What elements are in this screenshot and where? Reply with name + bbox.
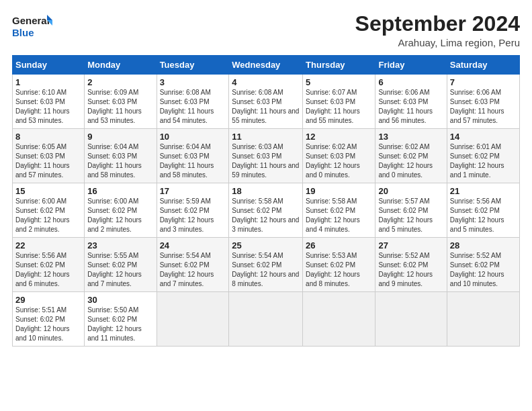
calendar-day-cell xyxy=(229,292,303,347)
calendar-day-cell: 8 Sunrise: 6:05 AMSunset: 6:03 PMDayligh… xyxy=(13,129,85,183)
day-number: 10 xyxy=(160,132,226,142)
calendar-day-cell: 28 Sunrise: 5:52 AMSunset: 6:02 PMDaylig… xyxy=(447,238,519,292)
calendar-day-cell: 4 Sunrise: 6:08 AMSunset: 6:03 PMDayligh… xyxy=(229,75,303,129)
day-info: Sunrise: 6:06 AMSunset: 6:03 PMDaylight:… xyxy=(450,89,504,124)
day-info: Sunrise: 5:56 AMSunset: 6:02 PMDaylight:… xyxy=(450,197,504,233)
calendar-day-cell: 2 Sunrise: 6:09 AMSunset: 6:03 PMDayligh… xyxy=(85,75,157,129)
day-info: Sunrise: 6:02 AMSunset: 6:02 PMDaylight:… xyxy=(378,143,433,179)
svg-marker-2 xyxy=(47,15,52,20)
calendar-day-cell: 29 Sunrise: 5:51 AMSunset: 6:02 PMDaylig… xyxy=(13,292,85,347)
subtitle: Arahuay, Lima region, Peru xyxy=(355,37,520,48)
title-area: September 2024 Arahuay, Lima region, Per… xyxy=(355,12,520,48)
day-number: 21 xyxy=(450,186,517,196)
day-info: Sunrise: 6:04 AMSunset: 6:03 PMDaylight:… xyxy=(87,143,142,179)
calendar-day-cell xyxy=(447,292,519,347)
day-info: Sunrise: 6:08 AMSunset: 6:03 PMDaylight:… xyxy=(160,89,214,124)
day-number: 30 xyxy=(87,295,153,305)
day-number: 13 xyxy=(378,132,443,142)
day-info: Sunrise: 6:08 AMSunset: 6:03 PMDaylight:… xyxy=(232,89,299,124)
day-number: 26 xyxy=(306,240,372,250)
calendar-day-cell: 14 Sunrise: 6:01 AMSunset: 6:02 PMDaylig… xyxy=(447,129,519,183)
calendar-day-cell: 1 Sunrise: 6:10 AMSunset: 6:03 PMDayligh… xyxy=(13,75,85,129)
calendar-day-cell: 11 Sunrise: 6:03 AMSunset: 6:03 PMDaylig… xyxy=(229,129,303,183)
calendar-day-cell: 27 Sunrise: 5:52 AMSunset: 6:02 PMDaylig… xyxy=(375,238,447,292)
day-number: 8 xyxy=(15,132,81,142)
day-info: Sunrise: 6:00 AMSunset: 6:02 PMDaylight:… xyxy=(87,197,142,233)
day-info: Sunrise: 5:58 AMSunset: 6:02 PMDaylight:… xyxy=(232,197,299,233)
day-number: 1 xyxy=(15,77,81,87)
day-number: 19 xyxy=(306,186,372,196)
svg-text:General: General xyxy=(12,15,50,26)
calendar-day-cell: 30 Sunrise: 5:50 AMSunset: 6:02 PMDaylig… xyxy=(85,292,157,347)
calendar-day-cell: 15 Sunrise: 6:00 AMSunset: 6:02 PMDaylig… xyxy=(13,183,85,238)
day-number: 25 xyxy=(232,240,300,250)
day-number: 15 xyxy=(15,186,81,196)
calendar-day-cell: 24 Sunrise: 5:54 AMSunset: 6:02 PMDaylig… xyxy=(157,238,229,292)
calendar-week-row: 15 Sunrise: 6:00 AMSunset: 6:02 PMDaylig… xyxy=(13,183,520,238)
day-info: Sunrise: 6:02 AMSunset: 6:03 PMDaylight:… xyxy=(306,143,360,179)
day-number: 17 xyxy=(160,186,226,196)
calendar-day-header: Saturday xyxy=(447,56,519,75)
day-info: Sunrise: 6:09 AMSunset: 6:03 PMDaylight:… xyxy=(87,89,142,124)
calendar-day-cell: 12 Sunrise: 6:02 AMSunset: 6:03 PMDaylig… xyxy=(303,129,375,183)
calendar-day-cell: 7 Sunrise: 6:06 AMSunset: 6:03 PMDayligh… xyxy=(447,75,519,129)
calendar-day-cell: 3 Sunrise: 6:08 AMSunset: 6:03 PMDayligh… xyxy=(157,75,229,129)
day-info: Sunrise: 5:54 AMSunset: 6:02 PMDaylight:… xyxy=(160,252,214,287)
calendar-day-header: Tuesday xyxy=(157,56,229,75)
calendar-day-header: Thursday xyxy=(303,56,375,75)
day-number: 14 xyxy=(450,132,517,142)
day-info: Sunrise: 5:56 AMSunset: 6:02 PMDaylight:… xyxy=(15,252,70,287)
calendar-week-row: 1 Sunrise: 6:10 AMSunset: 6:03 PMDayligh… xyxy=(13,75,520,129)
day-info: Sunrise: 5:55 AMSunset: 6:02 PMDaylight:… xyxy=(87,252,142,287)
day-number: 27 xyxy=(378,240,443,250)
calendar-day-cell xyxy=(303,292,375,347)
calendar-day-cell: 26 Sunrise: 5:53 AMSunset: 6:02 PMDaylig… xyxy=(303,238,375,292)
day-number: 4 xyxy=(232,77,300,87)
day-number: 23 xyxy=(87,240,153,250)
day-info: Sunrise: 6:10 AMSunset: 6:03 PMDaylight:… xyxy=(15,89,70,124)
day-info: Sunrise: 5:58 AMSunset: 6:02 PMDaylight:… xyxy=(306,197,360,233)
calendar-day-header: Friday xyxy=(375,56,447,75)
main-title: September 2024 xyxy=(355,12,520,36)
calendar-day-cell: 23 Sunrise: 5:55 AMSunset: 6:02 PMDaylig… xyxy=(85,238,157,292)
day-number: 7 xyxy=(450,77,517,87)
calendar-day-cell: 10 Sunrise: 6:04 AMSunset: 6:03 PMDaylig… xyxy=(157,129,229,183)
day-info: Sunrise: 6:03 AMSunset: 6:03 PMDaylight:… xyxy=(232,143,299,179)
calendar-header-row: SundayMondayTuesdayWednesdayThursdayFrid… xyxy=(13,56,520,75)
calendar-day-cell: 6 Sunrise: 6:06 AMSunset: 6:03 PMDayligh… xyxy=(375,75,447,129)
calendar-day-header: Sunday xyxy=(13,56,85,75)
logo-svg: General Blue xyxy=(12,12,52,40)
calendar-day-cell: 19 Sunrise: 5:58 AMSunset: 6:02 PMDaylig… xyxy=(303,183,375,238)
calendar-day-header: Wednesday xyxy=(229,56,303,75)
day-info: Sunrise: 5:52 AMSunset: 6:02 PMDaylight:… xyxy=(450,252,504,287)
day-info: Sunrise: 5:52 AMSunset: 6:02 PMDaylight:… xyxy=(378,252,433,287)
calendar-day-header: Monday xyxy=(85,56,157,75)
day-info: Sunrise: 5:53 AMSunset: 6:02 PMDaylight:… xyxy=(306,252,360,287)
calendar-week-row: 29 Sunrise: 5:51 AMSunset: 6:02 PMDaylig… xyxy=(13,292,520,347)
calendar-day-cell: 18 Sunrise: 5:58 AMSunset: 6:02 PMDaylig… xyxy=(229,183,303,238)
calendar-week-row: 8 Sunrise: 6:05 AMSunset: 6:03 PMDayligh… xyxy=(13,129,520,183)
day-number: 16 xyxy=(87,186,153,196)
day-info: Sunrise: 6:06 AMSunset: 6:03 PMDaylight:… xyxy=(378,89,433,124)
page: General Blue September 2024 Arahuay, Lim… xyxy=(0,0,532,411)
calendar-day-cell xyxy=(375,292,447,347)
day-number: 11 xyxy=(232,132,300,142)
calendar-day-cell: 16 Sunrise: 6:00 AMSunset: 6:02 PMDaylig… xyxy=(85,183,157,238)
day-info: Sunrise: 5:54 AMSunset: 6:02 PMDaylight:… xyxy=(232,252,299,287)
day-number: 6 xyxy=(378,77,443,87)
day-number: 2 xyxy=(87,77,153,87)
calendar-day-cell xyxy=(157,292,229,347)
calendar-table: SundayMondayTuesdayWednesdayThursdayFrid… xyxy=(12,55,520,347)
day-number: 12 xyxy=(306,132,372,142)
day-info: Sunrise: 5:51 AMSunset: 6:02 PMDaylight:… xyxy=(15,306,70,342)
day-info: Sunrise: 6:07 AMSunset: 6:03 PMDaylight:… xyxy=(306,89,360,124)
calendar-day-cell: 25 Sunrise: 5:54 AMSunset: 6:02 PMDaylig… xyxy=(229,238,303,292)
day-number: 9 xyxy=(87,132,153,142)
calendar-week-row: 22 Sunrise: 5:56 AMSunset: 6:02 PMDaylig… xyxy=(13,238,520,292)
calendar-day-cell: 17 Sunrise: 5:59 AMSunset: 6:02 PMDaylig… xyxy=(157,183,229,238)
day-info: Sunrise: 6:00 AMSunset: 6:02 PMDaylight:… xyxy=(15,197,70,233)
calendar-day-cell: 5 Sunrise: 6:07 AMSunset: 6:03 PMDayligh… xyxy=(303,75,375,129)
day-number: 5 xyxy=(306,77,372,87)
day-info: Sunrise: 5:50 AMSunset: 6:02 PMDaylight:… xyxy=(87,306,142,342)
calendar-day-cell: 20 Sunrise: 5:57 AMSunset: 6:02 PMDaylig… xyxy=(375,183,447,238)
